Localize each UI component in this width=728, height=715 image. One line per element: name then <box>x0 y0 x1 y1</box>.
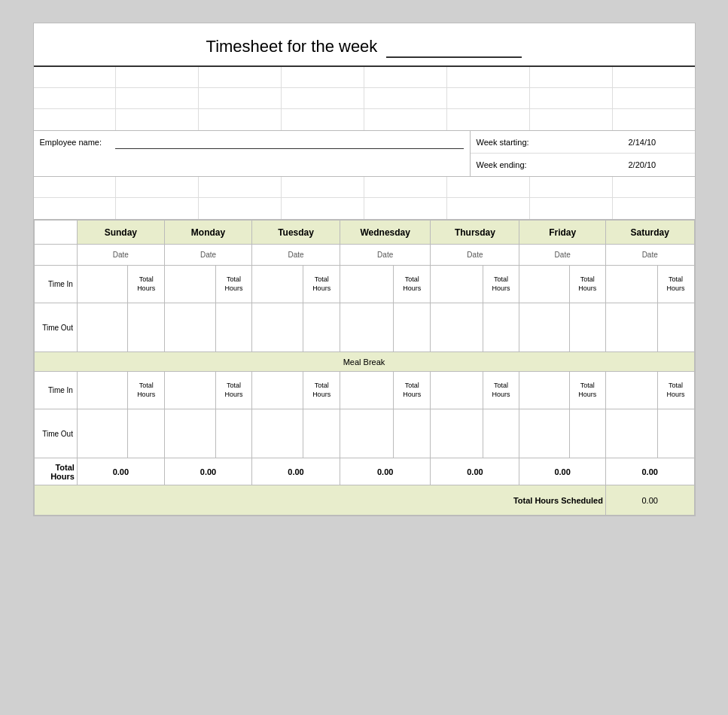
mon-timein-1[interactable] <box>164 266 215 303</box>
fri-timeout-1-hours <box>569 303 605 352</box>
mon-totalhours-2: TotalHours <box>215 372 252 409</box>
week-underline[interactable] <box>386 37 522 58</box>
thu-totalhours-2: TotalHours <box>483 372 519 409</box>
friday-date: Date <box>519 245 605 266</box>
employee-section: Employee name: <box>34 131 471 176</box>
tuesday-header: Tuesday <box>252 221 340 245</box>
thu-timein-2[interactable] <box>431 372 483 409</box>
sun-timeout-2-hours <box>128 409 164 458</box>
tue-timeout-2-hours <box>303 409 340 458</box>
sun-timeout-1-hours <box>128 303 164 352</box>
sat-timeout-1-hours <box>657 303 694 352</box>
sun-timein-1[interactable] <box>77 266 128 303</box>
total-hours-row: Total Hours 0.00 0.00 0.00 0.00 0.00 0.0… <box>34 458 694 485</box>
title-text: Timesheet for the week <box>206 37 378 56</box>
meal-break-label: Meal Break <box>34 352 694 372</box>
time-out-label-1: Time Out <box>34 303 77 352</box>
date-row: Date Date Date Date Date Date Date <box>34 245 694 266</box>
tue-timein-2[interactable] <box>252 372 303 409</box>
fri-timeout-2[interactable] <box>519 409 569 458</box>
sun-timein-2[interactable] <box>77 372 128 409</box>
sat-totalhours-2: TotalHours <box>657 372 694 409</box>
mon-timeout-1-hours <box>215 303 252 352</box>
monday-header: Monday <box>164 221 251 245</box>
wed-timeout-2-hours <box>393 409 430 458</box>
thursday-date: Date <box>431 245 519 266</box>
wed-timeout-2[interactable] <box>340 409 393 458</box>
thu-timein-1[interactable] <box>431 266 483 303</box>
wed-totalhours-1: TotalHours <box>393 266 430 303</box>
thu-totalhours-1: TotalHours <box>483 266 519 303</box>
info-section: Employee name: Week starting: 2/14/10 We… <box>34 131 695 177</box>
sat-timeout-2[interactable] <box>605 409 657 458</box>
wed-timeout-1-hours <box>393 303 430 352</box>
time-out-row-2: Time Out <box>34 409 694 458</box>
time-in-row-2: Time In TotalHours TotalHours TotalHours… <box>34 372 694 409</box>
sat-totalhours-1: TotalHours <box>657 266 694 303</box>
fri-total: 0.00 <box>519 458 605 485</box>
sun-timeout-1[interactable] <box>77 303 128 352</box>
scheduled-value: 0.00 <box>605 485 694 516</box>
tue-total: 0.00 <box>252 458 340 485</box>
fri-timein-2[interactable] <box>519 372 569 409</box>
sunday-date: Date <box>77 245 164 266</box>
mon-total: 0.00 <box>164 458 251 485</box>
wednesday-date: Date <box>340 245 430 266</box>
thu-timeout-1[interactable] <box>431 303 483 352</box>
employee-value[interactable] <box>115 135 464 149</box>
wed-totalhours-2: TotalHours <box>393 372 430 409</box>
week-ending-label: Week ending: <box>477 160 544 169</box>
friday-header: Friday <box>519 221 605 245</box>
sat-timeout-1[interactable] <box>605 303 657 352</box>
fri-timein-1[interactable] <box>519 266 569 303</box>
fri-timeout-1[interactable] <box>519 303 569 352</box>
fri-timeout-2-hours <box>569 409 605 458</box>
wed-total: 0.00 <box>340 458 430 485</box>
thu-timeout-1-hours <box>483 303 519 352</box>
timesheet-table: Sunday Monday Tuesday Wednesday Thursday… <box>34 220 695 516</box>
week-section: Week starting: 2/14/10 Week ending: 2/20… <box>471 131 695 176</box>
time-out-row-1: Time Out <box>34 303 694 352</box>
time-out-label-2: Time Out <box>34 409 77 458</box>
saturday-date: Date <box>605 245 694 266</box>
thu-timeout-2-hours <box>483 409 519 458</box>
week-starting-value: 2/14/10 <box>629 138 689 147</box>
scheduled-label: Total Hours Scheduled <box>34 485 605 516</box>
sun-timeout-2[interactable] <box>77 409 128 458</box>
mon-timeout-2[interactable] <box>164 409 215 458</box>
mon-timein-2[interactable] <box>164 372 215 409</box>
fri-totalhours-1: TotalHours <box>569 266 605 303</box>
time-in-row-1: Time In TotalHours TotalHours TotalHours… <box>34 266 694 303</box>
sat-timein-2[interactable] <box>605 372 657 409</box>
meal-break-row: Meal Break <box>34 352 694 372</box>
mon-timeout-2-hours <box>215 409 252 458</box>
mon-timeout-1[interactable] <box>164 303 215 352</box>
tue-timeout-1-hours <box>303 303 340 352</box>
time-in-label-1: Time In <box>34 266 77 303</box>
wed-timeout-1[interactable] <box>340 303 393 352</box>
sun-total: 0.00 <box>77 458 164 485</box>
tue-totalhours-1: TotalHours <box>303 266 340 303</box>
sat-timeout-2-hours <box>657 409 694 458</box>
tue-timeout-2[interactable] <box>252 409 303 458</box>
wed-timein-2[interactable] <box>340 372 393 409</box>
tue-totalhours-2: TotalHours <box>303 372 340 409</box>
wed-timein-1[interactable] <box>340 266 393 303</box>
scheduled-row: Total Hours Scheduled 0.00 <box>34 485 694 516</box>
tue-timeout-1[interactable] <box>252 303 303 352</box>
sun-totalhours-2: TotalHours <box>128 372 164 409</box>
sat-timein-1[interactable] <box>605 266 657 303</box>
employee-label: Employee name: <box>40 138 115 147</box>
empty-header <box>34 221 77 245</box>
thu-timeout-2[interactable] <box>431 409 483 458</box>
wednesday-header: Wednesday <box>340 221 430 245</box>
tue-timein-1[interactable] <box>252 266 303 303</box>
time-in-label-2: Time In <box>34 372 77 409</box>
saturday-header: Saturday <box>605 221 694 245</box>
thu-total: 0.00 <box>431 458 519 485</box>
sunday-header: Sunday <box>77 221 164 245</box>
sat-total: 0.00 <box>605 458 694 485</box>
empty-date <box>34 245 77 266</box>
tuesday-date: Date <box>252 245 340 266</box>
mon-totalhours-1: TotalHours <box>215 266 252 303</box>
